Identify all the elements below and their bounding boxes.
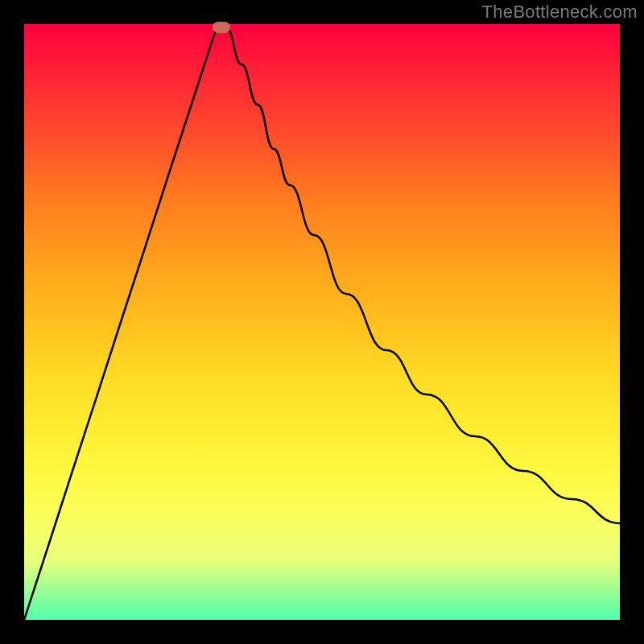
watermark-text: TheBottleneck.com [482,2,638,23]
chart-curves-svg [24,24,620,620]
optimal-point-marker [213,22,230,33]
chart-plot-area [24,24,620,620]
curve-left-branch [24,27,217,620]
curve-right-branch [226,27,620,523]
